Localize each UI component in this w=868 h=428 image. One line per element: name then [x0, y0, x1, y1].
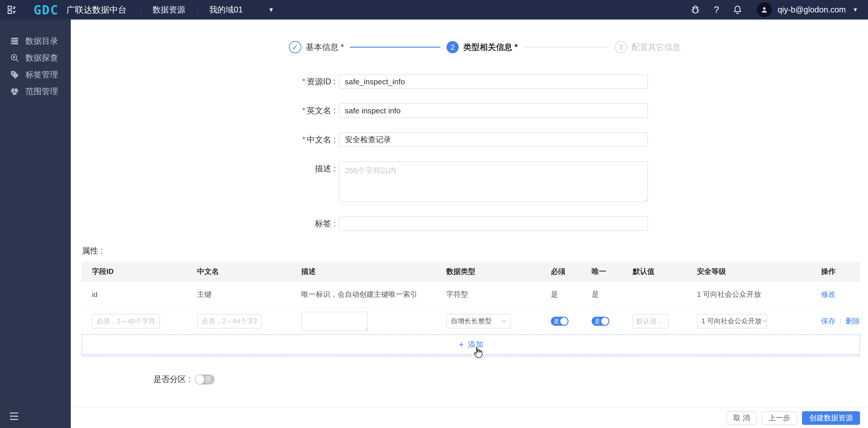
wizard-content: ✓ 基本信息 * 2 类型相关信息 * 3 配置其它信息 — [71, 20, 868, 407]
resource-id-input[interactable] — [339, 74, 648, 89]
sidebar: 数据目录 数据探查 标签管理 — [0, 20, 71, 428]
app-title: 广联达数据中台 — [66, 4, 127, 15]
col-header-field-id: 字段ID — [82, 267, 187, 276]
tag-icon — [9, 70, 20, 79]
nav-item-data-resource[interactable]: 数据资源 — [152, 4, 185, 15]
description-label: 描述 : — [244, 161, 336, 176]
data-type-select[interactable]: 自增长长整型 — [446, 314, 511, 328]
step-1-check-circle: ✓ — [289, 41, 301, 53]
navbar-left: GDC 广联达数据中台 数据资源 我的域01 ▼ — [6, 2, 274, 17]
add-attribute-label: 添加 — [468, 339, 483, 350]
apps-grid-icon[interactable] — [6, 4, 18, 15]
cn-name-input[interactable] — [339, 132, 648, 147]
add-attribute-area: + 添加 — [82, 334, 860, 355]
tag-row: 标签 : — [244, 216, 868, 231]
en-name-row: *英文名 : — [244, 103, 868, 118]
footer-actions: 取 消 上一步 创建数据资源 — [71, 407, 868, 428]
user-menu-caret-icon[interactable]: ▼ — [852, 7, 858, 13]
top-navbar: GDC 广联达数据中台 数据资源 我的域01 ▼ ? — [0, 0, 868, 20]
col-header-actions: 操作 — [811, 267, 860, 276]
cancel-button[interactable]: 取 消 — [726, 411, 756, 425]
field-desc-textarea[interactable] — [301, 312, 368, 331]
magnifier-cube-icon — [9, 53, 20, 63]
toggle-on-label: 是 — [554, 318, 559, 325]
type-info-form: *资源ID : *英文名 : *中文名 : 描述 : — [244, 74, 868, 231]
cell-required: 是 — [541, 290, 582, 299]
scope-icon — [9, 86, 20, 96]
col-header-security: 安全等级 — [687, 267, 811, 276]
add-row-highlight — [82, 355, 860, 358]
table-row: id 主键 唯一标识，会自动创建主键唯一索引 字符型 是 是 1 可向社会公众开… — [82, 281, 860, 308]
step-1-label: 基本信息 * — [306, 42, 344, 53]
edit-cell-cn-name — [187, 314, 291, 328]
security-level-select[interactable]: 1 可向社会公众开放 — [697, 314, 767, 328]
cell-desc: 唯一标识，会自动创建主键唯一索引 — [291, 290, 436, 299]
description-textarea[interactable] — [339, 161, 648, 202]
field-cn-name-input[interactable] — [197, 314, 262, 328]
sidebar-item-scope-management[interactable]: 范围管理 — [0, 83, 71, 100]
table-edit-row: 自增长长整型 是 — [82, 308, 860, 334]
cell-actions: 修改 — [811, 290, 860, 299]
resource-id-label: *资源ID : — [244, 74, 336, 89]
save-link[interactable]: 保存 — [821, 316, 836, 326]
action-divider: | — [840, 317, 841, 325]
add-attribute-button[interactable]: + 添加 — [459, 339, 483, 350]
domain-selector[interactable]: 我的域01 ▼ — [209, 4, 274, 15]
sidebar-collapse-icon[interactable] — [8, 410, 20, 422]
partition-row: 是否分区 : 否 — [153, 374, 868, 385]
step-2-circle: 2 — [446, 41, 459, 53]
data-type-select-value: 自增长长整型 — [451, 317, 492, 326]
chevron-down-icon — [762, 318, 768, 324]
domain-selector-label: 我的域01 — [209, 4, 243, 15]
navbar-divider — [197, 5, 198, 14]
step-connector-pending — [524, 47, 609, 47]
edit-cell-actions: 保存 | 删除 — [811, 316, 860, 326]
previous-step-button[interactable]: 上一步 — [762, 411, 797, 425]
required-asterisk: * — [302, 135, 305, 144]
sidebar-item-label: 标签管理 — [25, 69, 58, 80]
toggle-off-label: 否 — [205, 375, 211, 384]
edit-cell-security: 1 可向社会公众开放 — [687, 314, 811, 328]
user-avatar[interactable] — [757, 2, 772, 17]
cn-name-label: *中文名 : — [244, 132, 336, 147]
partition-label: 是否分区 : — [153, 374, 191, 385]
step-3-circle: 3 — [615, 41, 627, 53]
bug-report-icon[interactable] — [690, 4, 701, 15]
modify-link[interactable]: 修改 — [821, 290, 836, 299]
cell-security: 1 可向社会公众开放 — [687, 290, 811, 299]
tag-input[interactable] — [339, 216, 648, 231]
col-header-data-type: 数据类型 — [436, 267, 541, 276]
edit-cell-field-id — [82, 314, 187, 328]
create-data-resource-button[interactable]: 创建数据资源 — [802, 411, 860, 425]
chevron-down-icon — [501, 318, 507, 324]
wizard-stepper: ✓ 基本信息 * 2 类型相关信息 * 3 配置其它信息 — [289, 41, 868, 54]
edit-cell-data-type: 自增长长整型 — [436, 314, 541, 328]
help-icon[interactable]: ? — [714, 4, 719, 15]
required-toggle[interactable]: 是 — [551, 317, 568, 326]
default-value-input[interactable] — [633, 314, 669, 328]
en-name-input[interactable] — [339, 103, 648, 118]
check-icon: ✓ — [292, 43, 299, 52]
database-icon — [9, 36, 20, 46]
toggle-knob — [195, 375, 204, 384]
col-header-desc: 描述 — [291, 267, 436, 276]
toggle-knob — [601, 318, 609, 325]
cell-cn-name: 主键 — [187, 290, 291, 299]
security-select-value: 1 可向社会公众开放 — [702, 317, 762, 326]
sidebar-item-data-explore[interactable]: 数据探查 — [0, 50, 71, 66]
col-header-required: 必须 — [541, 267, 582, 276]
step-connector-done — [350, 47, 441, 47]
delete-link[interactable]: 删除 — [845, 316, 860, 326]
notification-bell-icon[interactable] — [732, 4, 743, 15]
description-row: 描述 : — [244, 161, 868, 202]
sidebar-item-label: 范围管理 — [25, 86, 58, 97]
sidebar-item-tag-management[interactable]: 标签管理 — [0, 66, 71, 83]
sidebar-item-data-catalog[interactable]: 数据目录 — [0, 33, 71, 50]
app-window: GDC 广联达数据中台 数据资源 我的域01 ▼ ? — [0, 0, 868, 428]
step-2-number: 2 — [451, 43, 455, 52]
field-id-input[interactable] — [92, 314, 160, 328]
cell-data-type: 字符型 — [436, 290, 541, 299]
unique-toggle[interactable]: 是 — [592, 317, 609, 326]
col-header-cn-name: 中文名 — [187, 267, 291, 276]
partition-toggle[interactable]: 否 — [195, 374, 215, 385]
